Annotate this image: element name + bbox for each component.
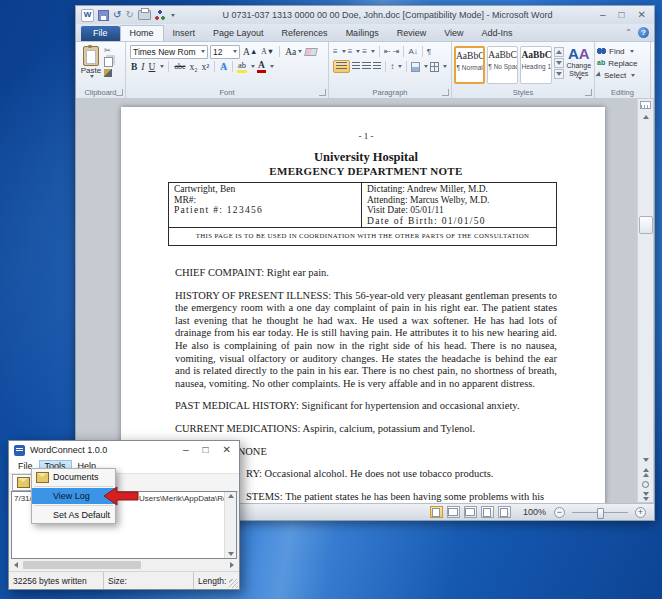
undo-icon[interactable]: ↺	[113, 10, 121, 20]
underline-caret-icon[interactable]	[160, 65, 164, 68]
save-icon[interactable]	[98, 10, 109, 21]
minimize-button[interactable]: –	[600, 10, 606, 20]
underline-button[interactable]: U	[148, 62, 157, 72]
zoom-level[interactable]: 100%	[523, 507, 546, 517]
numbering-icon[interactable]: ≡	[348, 47, 353, 56]
shading-caret-icon[interactable]	[424, 65, 428, 68]
scrollbar-thumb[interactable]	[639, 216, 653, 234]
show-paragraph-marks-icon[interactable]: ¶	[427, 47, 431, 56]
print-layout-view-button[interactable]	[430, 506, 443, 518]
bold-button[interactable]: B	[130, 62, 138, 72]
increase-indent-icon[interactable]: ⇥	[393, 47, 400, 56]
next-page-icon[interactable]	[639, 490, 652, 502]
font-color-caret-icon[interactable]	[270, 65, 274, 68]
zoom-out-button[interactable]: −	[554, 507, 565, 518]
align-right-icon[interactable]	[362, 62, 370, 71]
decrease-indent-icon[interactable]: ⇤	[384, 47, 391, 56]
scroll-down-icon[interactable]	[639, 454, 652, 466]
previous-page-icon[interactable]	[639, 466, 652, 478]
tab-add-ins[interactable]: Add-Ins	[473, 26, 522, 41]
cut-icon[interactable]: ✂	[104, 47, 113, 55]
full-screen-reading-view-button[interactable]	[447, 506, 460, 518]
scroll-up-icon[interactable]	[639, 111, 652, 123]
style-no-spacing[interactable]: AaBbCcI ¶ No Spaci...	[487, 46, 518, 84]
tab-insert[interactable]: Insert	[164, 26, 205, 41]
borders-icon[interactable]	[430, 62, 439, 72]
font-name-select[interactable]: Times New Rom	[130, 45, 208, 59]
scrollbar-track[interactable]	[639, 123, 652, 454]
tab-file[interactable]: File	[81, 26, 120, 41]
log-scroll-up-icon[interactable]	[228, 494, 234, 498]
superscript-button[interactable]: x²	[201, 62, 211, 72]
bullets-caret-icon[interactable]	[342, 50, 346, 53]
replace-button[interactable]: ab Replace	[597, 57, 648, 69]
align-left-button[interactable]	[333, 60, 350, 73]
format-painter-icon[interactable]	[104, 69, 112, 77]
paragraph-dialog-launcher-icon[interactable]	[442, 89, 449, 96]
font-dialog-launcher-icon[interactable]	[319, 89, 326, 96]
wc-maximize-button[interactable]: □	[203, 445, 209, 455]
browse-object-icon[interactable]	[639, 478, 652, 490]
styles-scroll-down-icon[interactable]	[554, 58, 564, 68]
log-horizontal-scrollbar[interactable]	[11, 559, 237, 571]
styles-scroll-up-icon[interactable]	[554, 47, 564, 57]
web-layout-view-button[interactable]	[464, 506, 477, 518]
menu-item-documents[interactable]: Documents	[32, 469, 115, 485]
outline-view-button[interactable]	[481, 506, 494, 518]
tab-review[interactable]: Review	[388, 26, 436, 41]
tab-mailings[interactable]: Mailings	[337, 26, 388, 41]
change-styles-button[interactable]: AA Change Styles	[566, 46, 592, 80]
minimize-ribbon-icon[interactable]: ⌃	[625, 28, 632, 37]
shading-icon[interactable]	[411, 62, 420, 72]
sort-icon[interactable]: A↓	[408, 47, 417, 56]
maximize-button[interactable]: □	[619, 10, 625, 20]
multilevel-caret-icon[interactable]	[371, 50, 375, 53]
find-button[interactable]: Find	[597, 45, 648, 57]
subscript-button[interactable]: x₂	[189, 62, 199, 72]
draft-view-button[interactable]	[498, 506, 511, 518]
text-effects-button[interactable]: A	[219, 62, 228, 72]
wc-minimize-button[interactable]: –	[183, 445, 189, 455]
justify-icon[interactable]	[373, 62, 381, 71]
font-color-button[interactable]: A	[257, 60, 266, 73]
word-logo-icon[interactable]: W	[81, 9, 94, 22]
font-size-select[interactable]: 12	[210, 45, 240, 59]
align-center-icon[interactable]	[352, 62, 360, 71]
document-scrollbar[interactable]	[637, 99, 653, 502]
line-spacing-caret-icon[interactable]	[398, 65, 402, 68]
zoom-in-button[interactable]: +	[635, 507, 646, 518]
menu-item-set-as-default[interactable]: Set As Default	[32, 507, 115, 523]
tab-references[interactable]: References	[273, 26, 337, 41]
redo-icon[interactable]: ↻	[125, 10, 133, 20]
log-vertical-scrollbar[interactable]	[224, 492, 236, 558]
log-scroll-down-icon[interactable]	[228, 552, 234, 556]
print-icon[interactable]	[138, 10, 151, 20]
log-scroll-right-icon[interactable]	[227, 562, 237, 568]
highlight-button[interactable]: ab	[237, 61, 247, 73]
log-scroll-left-icon[interactable]	[11, 562, 21, 568]
tab-view[interactable]: View	[435, 26, 472, 41]
copy-icon[interactable]	[104, 57, 113, 67]
ruler-toggle-icon[interactable]	[640, 101, 651, 109]
line-spacing-icon[interactable]: ↕	[390, 62, 394, 71]
style-normal[interactable]: AaBbCcI ¶ Normal	[454, 46, 485, 84]
clear-formatting-icon[interactable]	[304, 48, 318, 56]
style-heading1[interactable]: AaBbC Heading 1	[520, 46, 551, 84]
highlight-caret-icon[interactable]	[251, 65, 255, 68]
tab-home[interactable]: Home	[120, 25, 164, 41]
tab-page-layout[interactable]: Page Layout	[204, 26, 273, 41]
styles-gallery-more-icon[interactable]	[554, 69, 564, 79]
wc-close-button[interactable]: ✕	[223, 445, 231, 455]
resize-grip[interactable]	[229, 579, 238, 588]
close-button[interactable]: ✕	[638, 10, 646, 20]
log-hscroll-thumb[interactable]	[23, 561, 141, 569]
borders-caret-icon[interactable]	[443, 65, 447, 68]
shrink-font-button[interactable]: A▼	[260, 47, 275, 56]
zoom-slider-thumb[interactable]	[597, 508, 604, 519]
grow-font-button[interactable]: A▲	[242, 47, 258, 57]
help-icon[interactable]: ?	[638, 27, 649, 38]
clipboard-dialog-launcher-icon[interactable]	[116, 89, 123, 96]
multilevel-list-icon[interactable]: ≡	[362, 47, 367, 56]
numbering-caret-icon[interactable]	[356, 50, 360, 53]
bullets-icon[interactable]: ≡	[333, 47, 338, 56]
